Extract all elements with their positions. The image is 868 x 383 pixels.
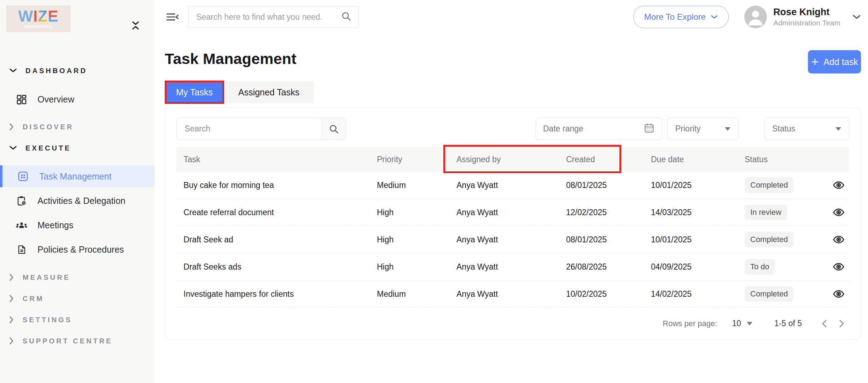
next-page-chevron-icon[interactable] bbox=[839, 319, 844, 328]
cell-due-date: 10/01/2025 bbox=[651, 235, 745, 244]
cell-assigned-by: Anya Wyatt bbox=[456, 262, 566, 272]
column-header-due-date[interactable]: Due date bbox=[651, 155, 745, 164]
pagination-range: 1-5 of 5 bbox=[774, 319, 802, 328]
add-task-button[interactable]: Add task bbox=[808, 50, 861, 73]
priority-filter[interactable]: Priority bbox=[667, 118, 739, 140]
more-to-explore-button[interactable]: More To Explore bbox=[633, 6, 729, 28]
cell-priority: Medium bbox=[377, 181, 456, 190]
rows-per-page-value[interactable]: 10 bbox=[732, 319, 741, 328]
cell-due-date: 14/03/2025 bbox=[651, 208, 745, 217]
topbar: More To Explore Rose Knight Administrati… bbox=[155, 0, 868, 34]
table-search-box bbox=[176, 118, 346, 140]
tab-my-tasks[interactable]: My Tasks bbox=[165, 81, 224, 104]
global-search-input[interactable] bbox=[196, 12, 341, 22]
cell-due-date: 10/01/2025 bbox=[651, 181, 745, 190]
cell-created: 08/01/2025 bbox=[566, 181, 651, 190]
sidebar-toggle-icon[interactable] bbox=[166, 12, 179, 22]
wize-logo: WIZE wizementoring bbox=[6, 5, 71, 32]
rows-per-page-caret-icon[interactable] bbox=[747, 322, 752, 325]
view-task-button[interactable] bbox=[833, 288, 845, 300]
table-search-input[interactable] bbox=[177, 118, 322, 140]
wize-logo-subtext: wizementoring bbox=[24, 24, 52, 29]
sidebar-item-label: Policies & Procedures bbox=[37, 244, 124, 255]
sidebar-section-support-centre[interactable]: SUPPORT CENTRE bbox=[0, 330, 155, 352]
user-menu-chevron-icon[interactable] bbox=[852, 14, 861, 20]
sidebar-section-discover[interactable]: DISCOVER bbox=[0, 116, 155, 137]
tab-label: Assigned Tasks bbox=[238, 87, 299, 98]
status-filter-label: Status bbox=[772, 124, 795, 134]
column-header-status[interactable]: Status bbox=[745, 155, 828, 164]
sidebar-item-meetings[interactable]: Meetings bbox=[0, 213, 155, 237]
chevron-down-icon bbox=[9, 146, 17, 151]
view-task-button[interactable] bbox=[833, 234, 845, 246]
task-management-icon bbox=[17, 171, 29, 182]
sidebar-section-label: DISCOVER bbox=[23, 123, 74, 131]
column-header-assigned-by[interactable]: Assigned by bbox=[456, 155, 566, 164]
cell-assigned-by: Anya Wyatt bbox=[456, 235, 566, 244]
cell-priority: High bbox=[377, 208, 456, 217]
cell-created: 10/02/2025 bbox=[566, 289, 651, 299]
date-range-label: Date range bbox=[543, 124, 583, 134]
status-filter[interactable]: Status bbox=[764, 118, 849, 140]
column-header-task[interactable]: Task bbox=[183, 155, 377, 164]
sidebar-section-measure[interactable]: MEASURE bbox=[0, 267, 155, 288]
cell-assigned-by: Anya Wyatt bbox=[456, 208, 566, 217]
sidebar-section-settings[interactable]: SETTINGS bbox=[0, 309, 155, 330]
table-header: Task Priority Assigned by Created Due da… bbox=[176, 147, 849, 172]
view-task-button[interactable] bbox=[833, 206, 845, 218]
sidebar-section-label: CRM bbox=[23, 295, 44, 303]
cell-priority: Medium bbox=[377, 289, 456, 299]
view-task-button[interactable] bbox=[833, 261, 845, 273]
previous-page-chevron-icon[interactable] bbox=[822, 319, 827, 328]
caret-down-icon bbox=[725, 127, 730, 131]
sidebar-section-crm[interactable]: CRM bbox=[0, 288, 155, 309]
cell-task: Draft Seeks ads bbox=[183, 262, 377, 272]
table-row[interactable]: Draft Seeks ads High Anya Wyatt 26/08/20… bbox=[176, 253, 849, 281]
search-icon[interactable] bbox=[322, 118, 345, 140]
column-header-priority[interactable]: Priority bbox=[377, 155, 456, 164]
table-row[interactable]: Draft Seek ad High Anya Wyatt 08/01/2025… bbox=[176, 226, 849, 253]
user-info[interactable]: Rose Knight Administration Team bbox=[773, 7, 840, 27]
sidebar-item-task-management[interactable]: Task Management bbox=[0, 165, 155, 187]
date-range-filter[interactable]: Date range bbox=[536, 118, 662, 140]
sidebar-collapse-icon[interactable] bbox=[131, 20, 140, 32]
sidebar-item-overview[interactable]: Overview bbox=[0, 87, 155, 112]
document-icon bbox=[16, 244, 28, 255]
sidebar-section-execute[interactable]: EXECUTE bbox=[0, 137, 155, 159]
status-badge: Completed bbox=[745, 286, 793, 302]
eye-icon bbox=[833, 288, 845, 300]
logo-letter-z: Z bbox=[38, 7, 48, 25]
logo-subtext-bold: wize bbox=[24, 24, 33, 29]
table-row[interactable]: Buy cake for morning tea Medium Anya Wya… bbox=[176, 172, 849, 199]
sidebar-item-activities-delegation[interactable]: Activities & Delegation bbox=[0, 189, 155, 213]
sidebar-section-label: DASHBOARD bbox=[25, 67, 87, 75]
logo-subtext-light: mentoring bbox=[33, 24, 52, 29]
column-header-created[interactable]: Created bbox=[566, 155, 651, 164]
view-task-button[interactable] bbox=[833, 179, 845, 191]
cell-assigned-by: Anya Wyatt bbox=[456, 181, 566, 190]
priority-filter-label: Priority bbox=[675, 124, 701, 134]
user-role: Administration Team bbox=[773, 19, 840, 27]
filters-row: Date range Priority Status bbox=[176, 118, 849, 140]
table-row[interactable]: Create referral document High Anya Wyatt… bbox=[176, 199, 849, 226]
chevron-right-icon bbox=[9, 295, 14, 302]
sidebar-section-dashboard[interactable]: DASHBOARD bbox=[0, 60, 155, 81]
more-to-explore-label: More To Explore bbox=[644, 12, 706, 22]
cell-priority: High bbox=[377, 262, 456, 272]
table-row[interactable]: Investigate hampers for clients Medium A… bbox=[176, 281, 849, 308]
tab-assigned-tasks[interactable]: Assigned Tasks bbox=[224, 81, 314, 103]
logo-letter-e: E bbox=[48, 7, 58, 25]
pagination: Rows per page: 10 1-5 of 5 bbox=[176, 308, 849, 339]
sidebar-section-label: EXECUTE bbox=[25, 144, 71, 152]
status-badge: To do bbox=[745, 259, 775, 275]
avatar[interactable] bbox=[744, 6, 767, 28]
sidebar-item-label: Activities & Delegation bbox=[37, 196, 126, 206]
sidebar-item-policies-procedures[interactable]: Policies & Procedures bbox=[0, 237, 155, 262]
status-badge: Completed bbox=[745, 232, 793, 247]
cell-created: 26/08/2025 bbox=[566, 262, 651, 272]
title-row: Task Management Add task bbox=[165, 50, 861, 73]
chevron-down-icon bbox=[9, 68, 17, 73]
sidebar-nav: DASHBOARD Overview DISCOVER EXECUTE bbox=[0, 60, 155, 352]
sidebar-item-label: Task Management bbox=[39, 171, 111, 182]
search-icon[interactable] bbox=[341, 11, 351, 23]
